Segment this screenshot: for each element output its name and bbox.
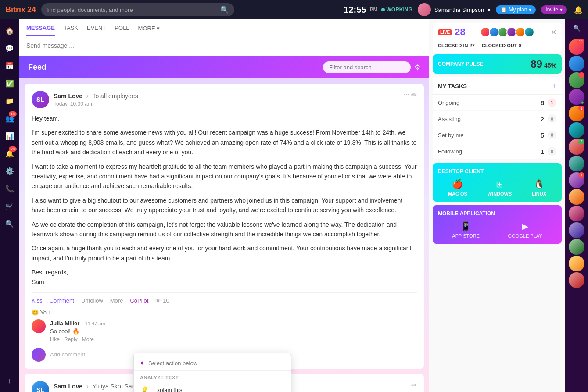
post-body-1: Hey team, I'm super excited to share som… (32, 114, 417, 287)
sidebar-item-contacts[interactable]: 👥 18 (2, 110, 18, 126)
fr-user-13[interactable] (569, 239, 584, 255)
action-more[interactable]: More (110, 297, 123, 304)
fr-user-2[interactable] (569, 56, 584, 71)
app-logo[interactable]: Bitrix 24 (5, 5, 36, 14)
clocked-out-stat: CLOCKED OUT 0 (482, 43, 521, 48)
live-widget: LIVE 28 ✕ CLOCKED IN 27 CLOCK (433, 23, 562, 53)
post-para-6: Once again, a huge thank you to each and… (32, 243, 417, 263)
search-input[interactable] (47, 7, 220, 13)
tab-more[interactable]: MORE ▾ (138, 25, 160, 36)
fr-user-7[interactable]: 2 (569, 139, 584, 155)
sidebar-item-phone[interactable]: 📞 (2, 181, 18, 196)
myplan-icon: 📋 (500, 7, 507, 13)
tab-message[interactable]: MESSAGE (26, 25, 55, 36)
task-row-setbyme[interactable]: Set by me 5 0 (433, 127, 562, 143)
live-stats: CLOCKED IN 27 CLOCKED OUT 0 (433, 41, 562, 53)
fr-user-4[interactable] (569, 89, 584, 105)
desktop-macos[interactable]: 🍎 MAC OS (448, 179, 467, 196)
mobile-googleplay[interactable]: ▶ GOOGLE PLAY (508, 221, 542, 239)
fr-user-10[interactable] (569, 189, 584, 205)
fr-user-5[interactable]: 1 (569, 106, 584, 121)
tasks-add-button[interactable]: + (552, 82, 556, 91)
pulse-widget[interactable]: COMPANY PULSE 89 45% (433, 54, 562, 74)
post-para-7: Best regards,Sam (32, 267, 417, 287)
post-options-1[interactable]: ··· ✏ (404, 91, 417, 99)
sidebar-item-notifications[interactable]: 🔔 20 (2, 146, 18, 161)
user-profile[interactable]: Samantha Simpson ▾ (418, 3, 491, 16)
task-row-assisting[interactable]: Assisting 2 0 (433, 111, 562, 127)
notifications-icon[interactable]: 🔔 (574, 6, 583, 14)
global-search[interactable]: 🔍 (41, 3, 234, 16)
live-header: LIVE 28 ✕ (433, 23, 562, 41)
post-author-1: Sam Love (54, 93, 82, 100)
fr-user-6[interactable] (569, 122, 584, 138)
clock: 12:55 PM WORKING (344, 5, 412, 15)
sidebar-item-settings[interactable]: ⚙️ (2, 163, 18, 179)
sidebar-item-calendar[interactable]: 📅 (2, 58, 18, 74)
desktop-windows[interactable]: ⊞ WINDOWS (488, 179, 512, 196)
desktop-linux[interactable]: 🐧 LINUX (532, 179, 546, 196)
tasks-widget: MY TASKS + Ongoing 8 1 Assisting 2 0 Set… (433, 77, 562, 160)
post-para-1: Hey team, (32, 114, 417, 123)
sidebar-item-chat[interactable]: 💬 (2, 40, 18, 56)
comment-like[interactable]: Like (50, 336, 60, 342)
sidebar-item-shop[interactable]: 🛒 (2, 198, 18, 214)
fr-user-3[interactable]: 3 (569, 72, 584, 88)
explain-text: Explain this (153, 387, 182, 392)
comment-more[interactable]: More (82, 336, 94, 342)
search-icon[interactable]: 🔍 (220, 6, 229, 14)
tab-poll[interactable]: POLL (115, 25, 129, 36)
myplan-button[interactable]: 📋 My plan ▾ (496, 5, 536, 14)
fr-badge-5: 1 (578, 106, 584, 111)
fr-user-9[interactable]: 1 (569, 172, 584, 188)
post-options-2[interactable]: ··· ✏ (404, 381, 417, 389)
windows-label: WINDOWS (488, 191, 512, 196)
fr-user-14[interactable] (569, 256, 584, 271)
sidebar-item-home[interactable]: 🏠 (2, 23, 18, 39)
fr-user-15[interactable] (569, 272, 584, 288)
sidebar-item-files[interactable]: 📁 (2, 93, 18, 109)
sidebar-add-button[interactable]: ＋ (2, 373, 18, 388)
mobile-appstore[interactable]: 📱 APP STORE (452, 221, 480, 239)
fr-user-11[interactable] (569, 206, 584, 221)
action-comment[interactable]: Comment (50, 297, 74, 304)
live-avatar-6[interactable] (524, 27, 534, 37)
comment-reply[interactable]: Reply (64, 336, 78, 342)
action-kiss[interactable]: Kiss (32, 297, 43, 304)
tab-task[interactable]: TASK (64, 25, 78, 36)
task-row-ongoing[interactable]: Ongoing 8 1 (433, 95, 562, 111)
copilot-explain[interactable]: 💡 Explain this (134, 382, 291, 392)
tasks-title: MY TASKS (438, 83, 467, 89)
fr-search-icon[interactable]: 🔍 (573, 25, 581, 32)
post-likes: 👁 10 (155, 297, 169, 304)
feed-search-input[interactable] (323, 61, 411, 73)
googleplay-icon: ▶ (522, 221, 528, 232)
fr-user-1[interactable]: 11 (569, 39, 584, 55)
contacts-badge: 18 (9, 111, 17, 117)
action-copilot[interactable]: CoPilot (130, 297, 148, 304)
task-label-setbyme: Set by me (438, 132, 541, 139)
tab-event[interactable]: EVENT (87, 25, 106, 36)
action-unfollow[interactable]: Unfollow (81, 297, 103, 304)
post-meta-1: Sam Love › To all employees Today, 10:30… (54, 92, 138, 107)
sidebar-item-crm[interactable]: 📊 (2, 128, 18, 144)
fr-user-12[interactable] (569, 222, 584, 238)
task-badge-ongoing: 1 (548, 98, 556, 107)
explain-icon: 💡 (140, 385, 149, 392)
task-row-following[interactable]: Following 1 0 (433, 143, 562, 160)
compose-input[interactable] (26, 40, 422, 51)
sidebar-item-search[interactable]: 🔍 (2, 216, 18, 232)
sidebar-item-tasks[interactable]: ✅ (2, 75, 18, 91)
copilot-search-input[interactable] (148, 360, 286, 367)
fr-user-8[interactable] (569, 156, 584, 171)
notifications-badge: 20 (9, 146, 17, 152)
feed-header: Feed ⚙ (19, 56, 429, 78)
windows-icon: ⊞ (496, 179, 503, 189)
desktop-title: DESKTOP CLIENT (438, 168, 556, 175)
appstore-label: APP STORE (452, 233, 480, 239)
live-close-icon[interactable]: ✕ (551, 28, 556, 36)
feed-settings-icon[interactable]: ⚙ (414, 63, 420, 71)
invite-button[interactable]: Invite ▾ (541, 5, 567, 14)
reaction-display: 😊 You (32, 309, 417, 316)
pulse-label: COMPANY PULSE (438, 61, 484, 67)
